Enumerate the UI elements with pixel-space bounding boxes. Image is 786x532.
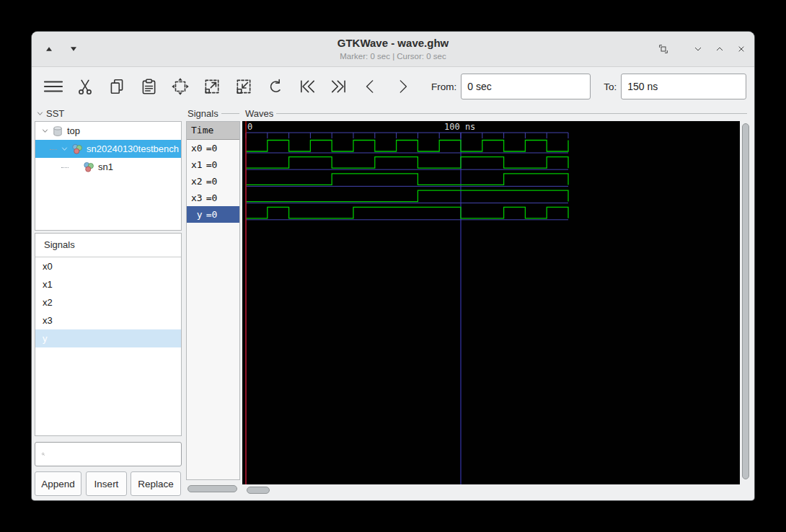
signal-name: x2 [191, 173, 203, 190]
go-prev-button[interactable] [356, 72, 385, 101]
tree-item-sn1[interactable]: sn1 [35, 158, 181, 176]
replace-button[interactable]: Replace [131, 471, 181, 496]
signal-value: =0 [206, 143, 218, 154]
go-last-icon [330, 77, 348, 96]
waveform-plot: 0100 ns [242, 121, 740, 484]
go-next-icon [393, 77, 412, 96]
wave-hscrollbar-thumb[interactable] [247, 487, 270, 494]
zoom-out-button[interactable] [229, 72, 258, 101]
signal-name: y [191, 206, 203, 223]
timescale-label: 100 ns [444, 122, 475, 132]
collapse-chevron-icon [36, 110, 44, 118]
search-input[interactable] [45, 443, 181, 466]
sst-tree: topsn20240130testbenchsn1 [35, 121, 182, 231]
wave-name-row-y[interactable]: y=0 [187, 206, 239, 223]
fullscreen-icon[interactable] [656, 42, 671, 56]
waves-frame-label: Waves [245, 107, 747, 119]
wave-vscrollbar-track[interactable] [741, 121, 750, 484]
toolbar: From: To: [32, 66, 754, 107]
mid-hscrollbar-track[interactable] [186, 484, 240, 493]
timescale-label: 0 [247, 122, 252, 132]
signal-name: x3 [191, 190, 203, 206]
wave-name-row-x1[interactable]: x1=0 [187, 156, 239, 173]
tree-connector [61, 167, 69, 168]
wave-name-row-x2[interactable]: x2=0 [187, 173, 239, 190]
wave-canvas[interactable]: 0100 ns [242, 121, 740, 484]
zoom-in-icon [203, 77, 221, 96]
minimize-icon[interactable] [691, 42, 705, 56]
wave-bg [242, 121, 740, 484]
signal-list-header: Signals [35, 234, 181, 257]
maximize-icon[interactable] [712, 42, 727, 56]
signal-value: =0 [206, 192, 218, 203]
go-prev-icon [361, 77, 380, 96]
from-input[interactable] [461, 74, 591, 99]
tree-item-label: sn20240130testbench [87, 143, 179, 154]
module-icon [71, 143, 84, 156]
undo-icon [266, 77, 285, 96]
window-subtitle: Marker: 0 sec | Cursor: 0 sec [32, 52, 754, 61]
tree-item-top[interactable]: top [35, 122, 181, 140]
expander-chevron-icon[interactable] [40, 126, 50, 136]
to-label: To: [604, 81, 617, 92]
copy-button[interactable] [102, 72, 131, 101]
go-next-button[interactable] [388, 72, 417, 101]
append-button[interactable]: Append [35, 471, 81, 496]
copy-icon [107, 77, 126, 96]
time-header: Time [187, 122, 239, 140]
menu-icon [42, 77, 65, 96]
signal-name: x0 [191, 140, 203, 156]
signal-value: =0 [206, 209, 218, 220]
wave-vscrollbar-thumb[interactable] [742, 123, 749, 479]
go-last-button[interactable] [324, 72, 353, 101]
titlebar[interactable]: GTKWave - wave.ghw Marker: 0 sec | Curso… [32, 32, 754, 67]
window-title: GTKWave - wave.ghw [32, 37, 754, 49]
mid-hscrollbar-thumb[interactable] [187, 485, 237, 492]
signal-value: =0 [206, 159, 218, 170]
wave-hscrollbar-track[interactable] [242, 486, 740, 495]
signal-value: =0 [206, 176, 218, 187]
signal-name: x1 [191, 156, 203, 173]
signal-list-panel: Signals x0x1x2x3y [35, 233, 182, 436]
desktop: GTKWave - wave.ghw Marker: 0 sec | Curso… [0, 0, 786, 532]
signal-list-item-x0[interactable]: x0 [35, 257, 181, 275]
signal-list-item-y[interactable]: y [35, 329, 181, 347]
signal-list-item-x3[interactable]: x3 [35, 311, 181, 329]
sst-header[interactable]: SST [36, 107, 180, 119]
expander-chevron-icon[interactable] [59, 144, 69, 154]
database-icon [51, 125, 64, 138]
from-label: From: [431, 81, 456, 92]
search-box [35, 442, 182, 466]
zoom-in-button[interactable] [198, 72, 226, 101]
signals-frame-label: Signals [187, 107, 239, 119]
wave-name-row-x3[interactable]: x3=0 [187, 190, 239, 206]
paste-icon [139, 77, 158, 96]
cut-icon [76, 77, 94, 96]
close-icon[interactable] [734, 42, 749, 56]
menu-button[interactable] [39, 72, 68, 101]
signal-list-item-x2[interactable]: x2 [35, 293, 181, 311]
tree-item-label: top [67, 125, 80, 136]
cut-button[interactable] [71, 72, 100, 101]
go-first-icon [298, 77, 317, 96]
wave-name-row-x0[interactable]: x0=0 [187, 140, 239, 156]
gtkwave-window: GTKWave - wave.ghw Marker: 0 sec | Curso… [32, 32, 754, 500]
signal-list-item-x1[interactable]: x1 [35, 275, 181, 293]
tree-item-label: sn1 [98, 161, 113, 172]
insert-button[interactable]: Insert [86, 471, 127, 496]
undo-button[interactable] [261, 72, 290, 101]
zoom-fit-icon [171, 77, 190, 96]
zoom-out-icon [234, 77, 253, 96]
module-icon [82, 161, 95, 174]
zoom-fit-button[interactable] [166, 72, 195, 101]
go-first-button[interactable] [293, 72, 322, 101]
tree-connector [50, 148, 57, 150]
wave-name-panel: Time x0=0x1=0x2=0x3=0y=0 [186, 121, 240, 480]
tree-item-sn20240130testbench[interactable]: sn20240130testbench [35, 140, 181, 158]
paste-button[interactable] [134, 72, 163, 101]
to-input[interactable] [621, 74, 746, 99]
